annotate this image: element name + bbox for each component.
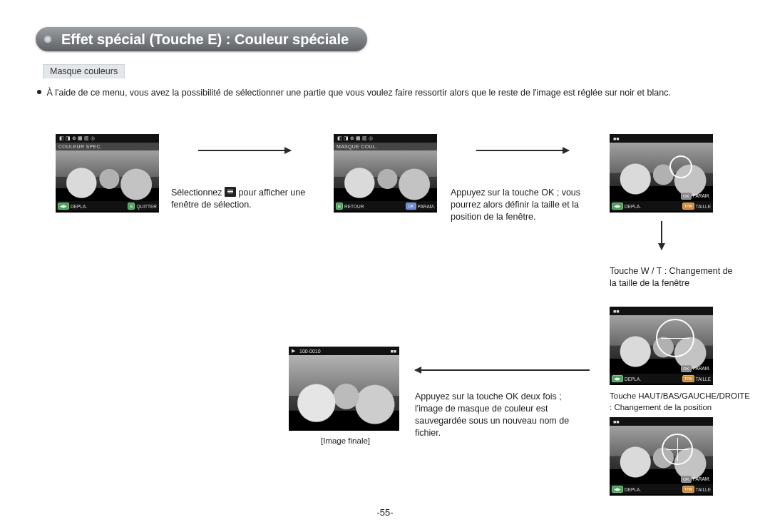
hint-key: OK [681, 365, 692, 372]
selection-circle-icon [662, 434, 693, 465]
hint-key: ◀▶ [612, 486, 623, 493]
lcd-photo [334, 150, 437, 201]
hint-label: RETOUR [344, 204, 364, 209]
arrow-left-icon [415, 369, 590, 371]
step4-caption: Touche HAUT/BAS/GAUCHE/DROITE : Changeme… [610, 391, 752, 413]
hint-label: QUITTER [136, 204, 157, 209]
subsection-heading: Masque couleurs [43, 64, 125, 78]
lcd-bottombar: E RETOUR OK PARAM. [334, 201, 437, 211]
step3-caption: Touche W / T : Changement de la taille d… [610, 265, 734, 290]
intro-paragraph: À l'aide de ce menu, vous avez la possib… [37, 87, 750, 99]
hint-key: OK [681, 476, 692, 483]
lcd-photo [56, 150, 159, 201]
hint-label: PARAM. [693, 476, 710, 481]
hint-label: DEPLA. [71, 204, 87, 209]
arrow-down-icon [661, 221, 662, 250]
lcd-bottombar: ◀▶ DEPLA. T/W TAILLE [610, 374, 713, 384]
lcd-bottombar: ◀▶ DEPLA. T/W TAILLE [610, 201, 713, 211]
lcd-step3: ■■ OK PARAM. ◀▶ DEPLA. T/W TAILLE [610, 134, 713, 213]
selection-circle-icon [656, 319, 694, 357]
hint-label: PARAM. [693, 193, 710, 198]
lcd-photo: OK PARAM. [610, 143, 713, 201]
hint-label: DEPLA. [625, 487, 641, 492]
lcd-mode-label: MASQUE COUL. [334, 143, 437, 150]
lcd-iconbar: ◧ ◨ ⊕ ▦ ▥ ◎ [56, 134, 159, 143]
hint-key: T/W [682, 203, 694, 210]
step2-caption: Appuyez sur la touche OK ; vous pourrez … [451, 187, 602, 223]
lcd-mode-label: COULEUR SPEC. [56, 143, 159, 150]
lcd-step1: ◧ ◨ ⊕ ▦ ▥ ◎ COULEUR SPEC. ◀▶ DEPLA. E QU… [56, 134, 159, 213]
lcd-iconbar: ■■ [610, 307, 713, 315]
hint-key: E [128, 203, 135, 210]
mode-icon [225, 187, 236, 197]
hint-key: T/W [682, 375, 694, 382]
play-icon: ▶ [292, 348, 295, 354]
hint-key: OK [681, 193, 692, 200]
page-title: Effet spécial (Touche E) : Couleur spéci… [61, 31, 349, 47]
step1-caption-prefix: Sélectionnez [171, 188, 225, 198]
lcd-topbar: ▶ 100-0010 ■■ [289, 347, 399, 355]
lcd-bottombar: ◀▶ DEPLA. T/W TAILLE [610, 484, 713, 494]
file-id: 100-0010 [299, 349, 321, 354]
lcd-iconbar: ■■ [610, 417, 713, 426]
intro-text: À l'aide de ce menu, vous avez la possib… [46, 88, 670, 98]
bullet-icon [37, 90, 41, 94]
hint-label: PARAM. [418, 204, 435, 209]
hint-key: ◀▶ [58, 203, 69, 210]
hint-label: TAILLE [696, 377, 711, 382]
hint-label: TAILLE [696, 204, 711, 209]
lcd-bottombar: ◀▶ DEPLA. E QUITTER [56, 201, 159, 211]
page-number: -55- [376, 507, 393, 518]
lcd-step2: ◧ ◨ ⊕ ▦ ▥ ◎ MASQUE COUL. E RETOUR OK PAR… [334, 134, 437, 213]
hint-label: DEPLA. [625, 204, 641, 209]
step1-caption: Sélectionnez pour afficher une fenêtre d… [171, 187, 307, 211]
final-image-label: [Image finale] [321, 436, 370, 445]
lcd-photo [289, 355, 399, 429]
hint-key: E [336, 203, 343, 210]
hint-key: ◀▶ [612, 375, 623, 382]
lcd-photo: OK PARAM. [610, 315, 713, 374]
arrow-right-icon [198, 150, 291, 151]
final-caption: Appuyez sur la touche OK deux fois ; l'i… [415, 391, 586, 439]
hint-label: PARAM. [693, 366, 710, 371]
arrow-right-icon [476, 150, 569, 151]
lcd-photo: OK PARAM. [610, 426, 713, 484]
page-title-pill: Effet spécial (Touche E) : Couleur spéci… [36, 27, 367, 51]
selection-circle-icon [669, 155, 692, 178]
lcd-step4: ■■ OK PARAM. ◀▶ DEPLA. T/W TAILLE [610, 417, 713, 496]
hint-label: DEPLA. [625, 377, 641, 382]
lcd-iconbar: ■■ [610, 134, 713, 143]
lcd-step3b: ■■ OK PARAM. ◀▶ DEPLA. T/W TAILLE [610, 307, 713, 385]
lcd-final: ▶ 100-0010 ■■ [289, 347, 399, 431]
hint-key: OK [406, 203, 416, 210]
lcd-iconbar: ◧ ◨ ⊕ ▦ ▥ ◎ [334, 134, 437, 143]
hint-key: T/W [682, 486, 694, 493]
hint-label: TAILLE [696, 487, 711, 492]
hint-key: ◀▶ [612, 203, 623, 210]
